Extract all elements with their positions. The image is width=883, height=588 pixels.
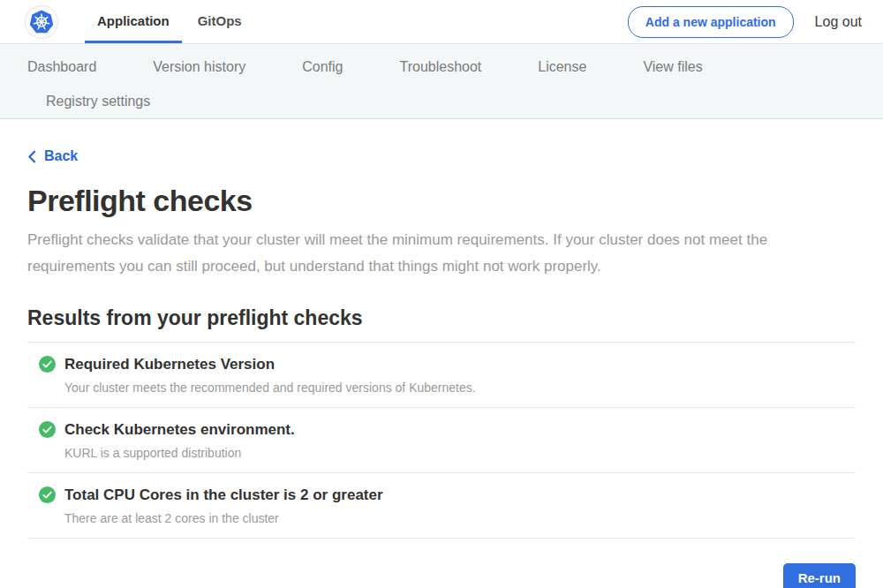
top-navbar: Application GitOps Add a new application… [0, 0, 883, 44]
tab-gitops[interactable]: GitOps [185, 0, 254, 43]
check-description: Your cluster meets the recommended and r… [64, 381, 856, 395]
kubernetes-logo [25, 0, 58, 43]
chevron-left-icon [27, 150, 36, 163]
check-description: There are at least 2 cores in the cluste… [64, 511, 856, 525]
subnav-item-license[interactable]: License [538, 59, 586, 75]
logout-link[interactable]: Log out [815, 14, 862, 30]
add-application-button[interactable]: Add a new application [628, 6, 794, 38]
footer-actions: Re-run [27, 563, 856, 588]
subnav-row-2: Registry settings [0, 84, 883, 118]
page-title: Preflight checks [27, 184, 856, 218]
subnav-item-version-history[interactable]: Version history [153, 59, 245, 75]
subnav-item-troubleshoot[interactable]: Troubleshoot [399, 59, 481, 75]
main-tabs: Application GitOps [85, 0, 258, 43]
check-title: Required Kubernetes Version [64, 356, 275, 373]
back-link[interactable]: Back [27, 148, 78, 164]
results-heading: Results from your preflight checks [27, 306, 856, 330]
subnav-item-dashboard[interactable]: Dashboard [27, 59, 96, 75]
app-subnav: Dashboard Version history Config Trouble… [0, 44, 883, 119]
subnav-item-registry-settings[interactable]: Registry settings [46, 94, 150, 109]
rerun-button[interactable]: Re-run [783, 563, 856, 588]
back-label: Back [44, 148, 78, 164]
subnav-item-view-files[interactable]: View files [643, 59, 702, 75]
preflight-page: Back Preflight checks Preflight checks v… [27, 119, 856, 588]
tab-application[interactable]: Application [85, 0, 182, 43]
check-circle-icon [39, 486, 56, 503]
check-circle-icon [39, 421, 56, 438]
preflight-results-list: Required Kubernetes Version Your cluster… [27, 342, 856, 539]
page-description: Preflight checks validate that your clus… [27, 227, 856, 280]
subnav-row-1: Dashboard Version history Config Trouble… [0, 49, 883, 84]
kubernetes-logo-icon [25, 5, 58, 39]
check-description: KURL is a supported distribution [64, 446, 856, 460]
header-actions: Add a new application Log out [628, 0, 862, 43]
subnav-item-config[interactable]: Config [302, 59, 343, 75]
check-circle-icon [39, 356, 56, 373]
check-title: Total CPU Cores in the cluster is 2 or g… [64, 486, 383, 504]
preflight-check-row: Check Kubernetes environment. KURL is a … [27, 408, 856, 473]
check-title: Check Kubernetes environment. [64, 421, 295, 439]
preflight-check-row: Required Kubernetes Version Your cluster… [27, 343, 856, 408]
preflight-check-row: Total CPU Cores in the cluster is 2 or g… [27, 473, 856, 539]
